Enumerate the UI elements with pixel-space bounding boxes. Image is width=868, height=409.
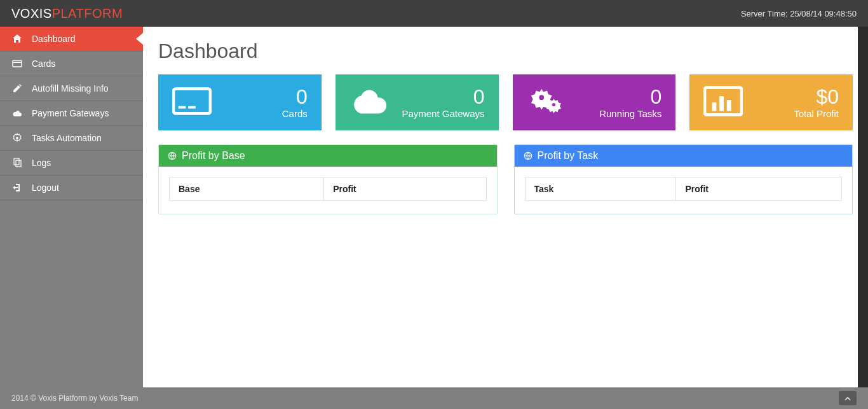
copy-icon: [11, 158, 23, 168]
sidebar-item-logout[interactable]: Logout: [0, 176, 143, 200]
panel-header: Profit by Task: [515, 145, 853, 167]
tile-label: Payment Gateways: [402, 108, 484, 119]
tile-label: Total Profit: [794, 108, 839, 119]
table-col-profit: Profit: [324, 177, 486, 201]
sidebar-item-gateways[interactable]: Payment Gateways: [0, 101, 143, 126]
sidebar-item-label: Payment Gateways: [32, 108, 109, 118]
main-content: Dashboard 0 Cards 0 Payment Gateways: [143, 27, 868, 387]
brand-part1: VOXIS: [11, 6, 52, 20]
sidebar-nav: Dashboard Cards Autofill Missing Info Pa…: [0, 27, 143, 200]
cloud-icon: [11, 108, 23, 118]
panel-profit-by-base: Profit by Base Base Profit: [158, 144, 498, 214]
panel-profit-by-task: Profit by Task Task Profit: [514, 144, 853, 214]
gears-icon: [11, 133, 23, 143]
card-big-icon: [172, 83, 212, 121]
table-col-profit: Profit: [676, 177, 842, 201]
scroll-to-top-button[interactable]: [839, 391, 857, 405]
sidebar-item-label: Tasks Automation: [32, 133, 102, 143]
chart-big-icon: [703, 83, 743, 121]
table-profit-by-base: Base Profit: [169, 177, 487, 201]
tile-value: 0: [599, 86, 661, 108]
table-col-task: Task: [525, 177, 676, 201]
sidebar-item-logs[interactable]: Logs: [0, 151, 143, 176]
home-icon: [11, 34, 23, 44]
tile-running-tasks[interactable]: 0 Running Tasks: [513, 74, 676, 130]
sidebar-item-autofill[interactable]: Autofill Missing Info: [0, 76, 143, 101]
page-title: Dashboard: [158, 39, 853, 63]
globe-icon: [168, 151, 177, 160]
table-profit-by-task: Task Profit: [525, 177, 843, 201]
topbar: VOXISPLATFORM Server Time: 25/08/14 09:4…: [0, 0, 868, 27]
panel-header: Profit by Base: [159, 145, 497, 167]
sidebar-item-label: Logout: [32, 183, 59, 193]
footer: 2014 © Voxis Platform by Voxis Team: [0, 387, 868, 409]
sidebar-item-dashboard[interactable]: Dashboard: [0, 27, 143, 52]
server-time: Server Time: 25/08/14 09:48:50: [741, 9, 857, 18]
scrollbar-track[interactable]: [858, 27, 868, 387]
tile-cards[interactable]: 0 Cards: [158, 74, 322, 130]
chevron-up-icon: [844, 394, 851, 402]
sidebar-item-label: Logs: [32, 158, 51, 168]
panel-title: Profit by Base: [182, 150, 245, 162]
logout-icon: [11, 183, 23, 193]
globe-icon: [524, 151, 532, 160]
sidebar-item-cards[interactable]: Cards: [0, 52, 143, 76]
sidebar-item-tasks[interactable]: Tasks Automation: [0, 126, 143, 151]
table-col-base: Base: [170, 177, 324, 201]
sidebar-item-label: Cards: [32, 59, 55, 69]
tile-value: $0: [794, 86, 839, 108]
tile-value: 0: [282, 86, 308, 108]
tile-label: Running Tasks: [599, 108, 661, 119]
footer-text: 2014 © Voxis Platform by Voxis Team: [11, 394, 138, 403]
tile-label: Cards: [282, 108, 308, 119]
brand-part2: PLATFORM: [52, 6, 123, 20]
tile-value: 0: [402, 86, 484, 108]
stat-tiles: 0 Cards 0 Payment Gateways 0 Running Tas…: [158, 74, 853, 130]
tile-total-profit[interactable]: $0 Total Profit: [689, 74, 853, 130]
sidebar-item-label: Dashboard: [32, 34, 76, 44]
gears-big-icon: [527, 83, 566, 121]
brand[interactable]: VOXISPLATFORM: [11, 6, 123, 21]
panels-row: Profit by Base Base Profit Profit by Tas…: [158, 144, 853, 214]
tile-gateways[interactable]: 0 Payment Gateways: [336, 74, 499, 130]
panel-title: Profit by Task: [538, 150, 599, 162]
sidebar-item-label: Autofill Missing Info: [32, 83, 109, 94]
edit-icon: [11, 83, 23, 94]
cloud-big-icon: [349, 83, 389, 121]
card-icon: [11, 59, 23, 69]
sidebar: Dashboard Cards Autofill Missing Info Pa…: [0, 27, 143, 387]
